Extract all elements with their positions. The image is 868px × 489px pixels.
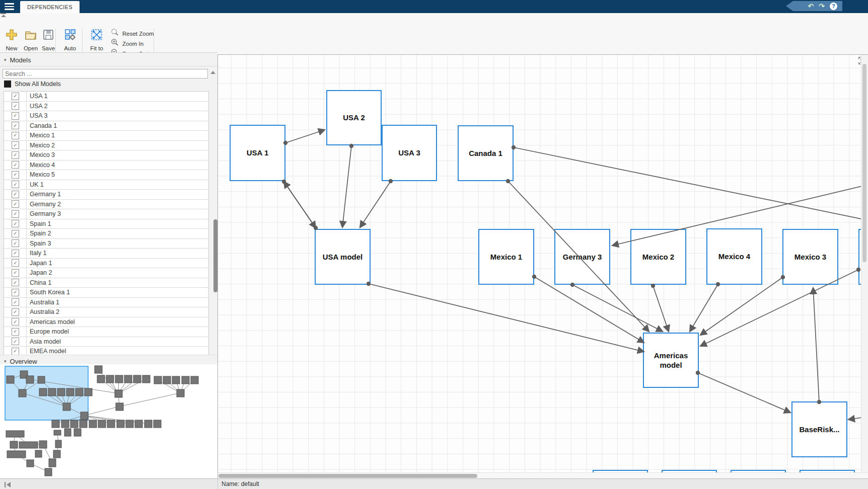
diagram-canvas[interactable]: USA 1USA 2USA 3Canada 1USA modelMexico 1… [218, 54, 868, 478]
minimap-node [116, 403, 123, 411]
skip-to-start-icon[interactable] [4, 481, 12, 489]
diagram-node[interactable]: USA model [315, 229, 371, 285]
model-row[interactable]: ✓Germany 3 [4, 209, 208, 219]
model-checkbox[interactable]: ✓ [12, 220, 19, 227]
model-checkbox[interactable]: ✓ [12, 328, 19, 336]
diagram-node[interactable]: USA 2 [326, 90, 382, 145]
show-all-models-checkbox[interactable]: Show All Models [4, 80, 61, 88]
model-row[interactable]: ✓Spain 3 [4, 239, 208, 249]
checkbox-cell: ✓ [4, 190, 27, 199]
model-row[interactable]: ✓Europe model [4, 327, 208, 337]
model-checkbox[interactable]: ✓ [12, 298, 19, 306]
model-row[interactable]: ✓Americas model [4, 317, 208, 328]
scrollbar-thumb[interactable] [862, 64, 866, 262]
undo-icon[interactable]: ↶ [808, 3, 814, 10]
canvas-vertical-scrollbar[interactable] [861, 55, 868, 474]
model-row[interactable]: ✓Asia model [4, 337, 208, 347]
help-icon[interactable]: ? [830, 3, 837, 10]
model-checkbox[interactable]: ✓ [12, 112, 19, 120]
model-checkbox[interactable]: ✓ [12, 93, 19, 100]
diagram-node[interactable]: Canada 1 [458, 125, 514, 181]
minimap-node [70, 420, 78, 428]
diagram-node[interactable]: Mexico 3 [782, 229, 838, 285]
model-row[interactable]: ✓USA 1 [4, 92, 208, 102]
model-row[interactable]: ✓USA 2 [4, 102, 208, 112]
model-checkbox[interactable]: ✓ [12, 122, 19, 129]
scrollbar-thumb[interactable] [213, 219, 218, 292]
model-checkbox[interactable]: ✓ [12, 279, 19, 286]
model-row[interactable]: ✓Germany 1 [4, 190, 208, 200]
reset-zoom-button[interactable]: Reset Zoom [111, 28, 154, 39]
model-checkbox[interactable]: ✓ [12, 338, 19, 345]
model-row[interactable]: ✓South Korea 1 [4, 288, 208, 298]
diagram-node[interactable]: BaseRisk... [791, 401, 847, 457]
zoom-in-button[interactable]: Zoom In [111, 38, 143, 49]
model-checkbox[interactable]: ✓ [12, 239, 19, 247]
model-checkbox[interactable]: ✓ [12, 259, 19, 267]
model-checkbox[interactable]: ✓ [12, 210, 19, 218]
collapse-models-icon[interactable]: ▾ [4, 57, 7, 62]
collapse-overview-icon[interactable]: ▾ [4, 359, 7, 364]
minimap-node [10, 441, 18, 448]
model-checkbox[interactable]: ✓ [12, 171, 19, 179]
save-button[interactable]: Save [39, 28, 57, 55]
model-checkbox[interactable]: ✓ [12, 250, 19, 257]
diagram-node[interactable]: USA 3 [382, 125, 437, 181]
model-row[interactable]: ✓Australia 2 [4, 307, 208, 317]
model-checkbox[interactable]: ✓ [12, 132, 19, 139]
diagram-node[interactable]: Mexico 4 [706, 228, 762, 285]
search-input[interactable] [3, 69, 208, 78]
model-label: USA 3 [27, 111, 47, 121]
model-row[interactable]: ✓UK 1 [4, 180, 208, 190]
minimap-edge [84, 406, 119, 416]
model-checkbox[interactable]: ✓ [12, 200, 19, 208]
model-row[interactable]: ✓Italy 1 [4, 249, 208, 259]
model-checkbox[interactable]: ✓ [12, 191, 19, 198]
collapse-ribbon-icon[interactable] [0, 13, 7, 18]
canvas-horizontal-scrollbar[interactable] [218, 472, 868, 478]
model-checkbox[interactable]: ✓ [12, 318, 19, 325]
model-row[interactable]: ✓Spain 2 [4, 229, 208, 239]
model-checkbox[interactable]: ✓ [12, 181, 19, 188]
model-row[interactable]: ✓Canada 1 [4, 121, 208, 131]
model-checkbox[interactable]: ✓ [12, 230, 19, 237]
model-checkbox[interactable]: ✓ [12, 269, 19, 277]
redo-icon[interactable]: ↷ [819, 3, 825, 10]
scroll-up-icon[interactable] [210, 71, 215, 74]
model-row[interactable]: ✓Mexico 4 [4, 160, 208, 171]
open-button[interactable]: Open [21, 28, 40, 55]
model-row[interactable]: ✓Japan 2 [4, 268, 208, 278]
model-checkbox[interactable]: ✓ [12, 289, 19, 296]
scrollbar-thumb[interactable] [219, 474, 477, 478]
model-checkbox[interactable]: ✓ [12, 161, 19, 169]
model-row[interactable]: ✓Japan 1 [4, 259, 208, 269]
model-checkbox[interactable]: ✓ [12, 151, 19, 159]
model-checkbox[interactable]: ✓ [12, 141, 19, 149]
model-row[interactable]: ✓Mexico 2 [4, 141, 208, 151]
model-row[interactable]: ✓Germany 2 [4, 200, 208, 210]
model-label: Italy 1 [27, 249, 46, 258]
model-row[interactable]: ✓Spain 1 [4, 219, 208, 229]
tab-dependencies[interactable]: DEPENDENCIES [20, 1, 80, 13]
model-checkbox[interactable]: ✓ [12, 348, 19, 355]
overview-minimap[interactable] [0, 364, 218, 478]
model-row[interactable]: ✓Australia 1 [4, 298, 208, 308]
minimap-node [7, 451, 26, 458]
model-row[interactable]: ✓USA 3 [4, 111, 208, 121]
models-section-header[interactable]: ▾ Models [0, 55, 222, 66]
new-button[interactable]: New [3, 28, 20, 52]
diagram-node[interactable]: Germany 3 [554, 229, 610, 285]
model-row[interactable]: ✓Mexico 3 [4, 150, 208, 160]
hamburger-menu-icon[interactable] [0, 0, 19, 13]
diagram-node[interactable]: USA 1 [230, 125, 285, 181]
models-list-scrollbar[interactable] [209, 54, 218, 356]
model-checkbox[interactable]: ✓ [12, 308, 19, 316]
model-row[interactable]: ✓China 1 [4, 278, 208, 288]
model-row[interactable]: ✓Mexico 5 [4, 170, 208, 180]
model-checkbox[interactable]: ✓ [12, 102, 19, 110]
model-row[interactable]: ✓Mexico 1 [4, 131, 208, 141]
diagram-node[interactable]: Mexico 1 [478, 229, 534, 285]
diagram-node[interactable]: Mexico 2 [630, 229, 686, 285]
diagram-node[interactable]: Americas model [643, 333, 699, 388]
checkbox-filled-icon[interactable] [4, 80, 11, 88]
